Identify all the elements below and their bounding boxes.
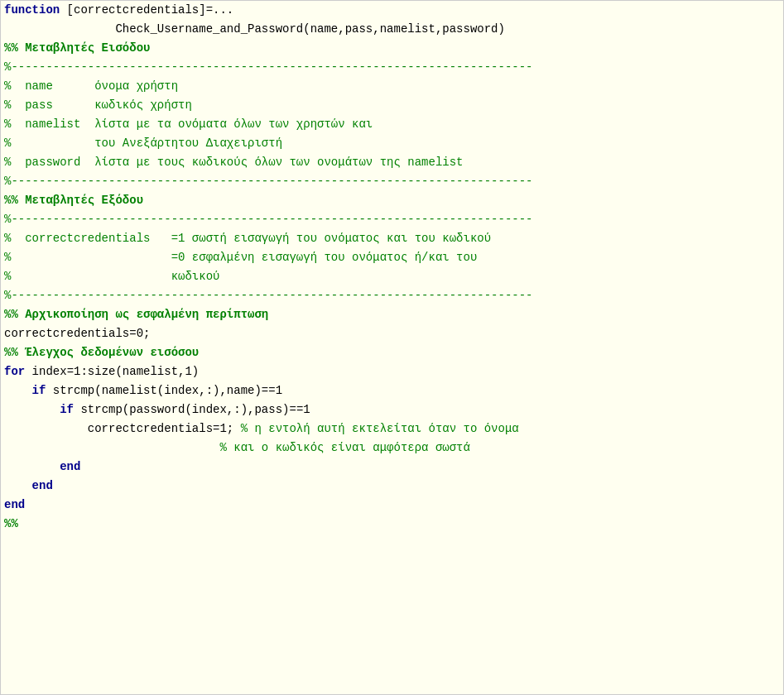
line-11-section: %% Μεταβλητές Εξόδου — [1, 191, 783, 210]
line-15: % κωδικού — [1, 267, 783, 286]
line-22: if strcmp(password(index,:),pass)==1 — [1, 400, 783, 419]
code-container: function [correctcredentials]=... Check_… — [0, 0, 784, 695]
inline-comment-1: % η εντολή αυτή εκτελείται όταν το όνομα — [241, 422, 519, 435]
line-25: end — [1, 458, 783, 477]
line-12-sep: %---------------------------------------… — [1, 210, 783, 229]
code-block: function [correctcredentials]=... Check_… — [1, 1, 783, 534]
line-27: end — [1, 496, 783, 515]
line-13: % correctcredentials =1 σωστή εισαγωγή τ… — [1, 229, 783, 248]
keyword-if-2: if — [60, 403, 74, 416]
line-8: % του Ανεξάρτητου Διαχειριστή — [1, 134, 783, 153]
line-20: for index=1:size(namelist,1) — [1, 362, 783, 381]
line-4-sep: %---------------------------------------… — [1, 58, 783, 77]
line-9: % password λίστα με τους κωδικούς όλων τ… — [1, 153, 783, 172]
line-24: % και ο κωδικός είναι αμφότερα σωστά — [1, 439, 783, 458]
keyword-end-1: end — [60, 460, 80, 473]
line-28-section: %% — [1, 515, 783, 534]
keyword-end-3: end — [4, 498, 25, 511]
keyword-end-2: end — [32, 479, 53, 492]
line-16-sep: %---------------------------------------… — [1, 286, 783, 305]
keyword-for: for — [4, 365, 25, 378]
line-18: correctcredentials=0; — [1, 324, 783, 343]
line-26: end — [1, 477, 783, 496]
line-19-section: %% Έλεγχος δεδομένων εισόσου — [1, 343, 783, 362]
line-7: % namelist λίστα με τα ονόματα όλων των … — [1, 115, 783, 134]
line-17-section: %% Αρχικοποίηση ως εσφαλμένη περίπτωση — [1, 305, 783, 324]
line-14: % =0 εσφαλμένη εισαγωγή του ονόματος ή/κ… — [1, 248, 783, 267]
line-5: % name όνομα χρήστη — [1, 77, 783, 96]
line-3-section: %% Μεταβλητές Εισόδου — [1, 39, 783, 58]
line-6: % pass κωδικός χρήστη — [1, 96, 783, 115]
keyword-function: function — [4, 3, 60, 17]
line-23: correctcredentials=1; % η εντολή αυτή εκ… — [1, 419, 783, 439]
line-2: Check_Username_and_Password(name,pass,na… — [1, 20, 783, 39]
line-10-sep: %---------------------------------------… — [1, 172, 783, 191]
line-1: function [correctcredentials]=... — [1, 1, 783, 20]
line-21: if strcmp(namelist(index,:),name)==1 — [1, 381, 783, 400]
keyword-if-1: if — [32, 384, 46, 397]
